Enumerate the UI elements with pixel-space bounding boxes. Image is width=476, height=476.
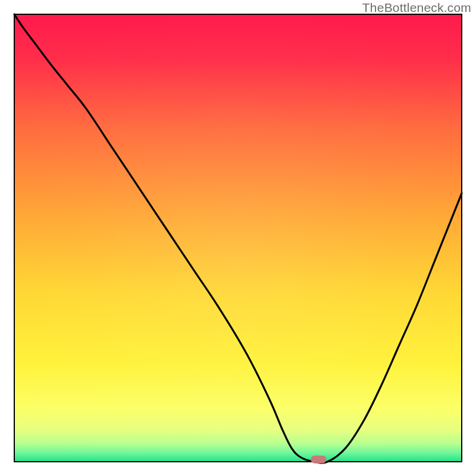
optimal-marker <box>311 456 326 464</box>
bottleneck-curve-chart <box>0 0 476 476</box>
plot-area <box>14 14 462 462</box>
watermark-text: TheBottleneck.com <box>362 1 471 15</box>
svg-rect-1 <box>14 14 462 462</box>
